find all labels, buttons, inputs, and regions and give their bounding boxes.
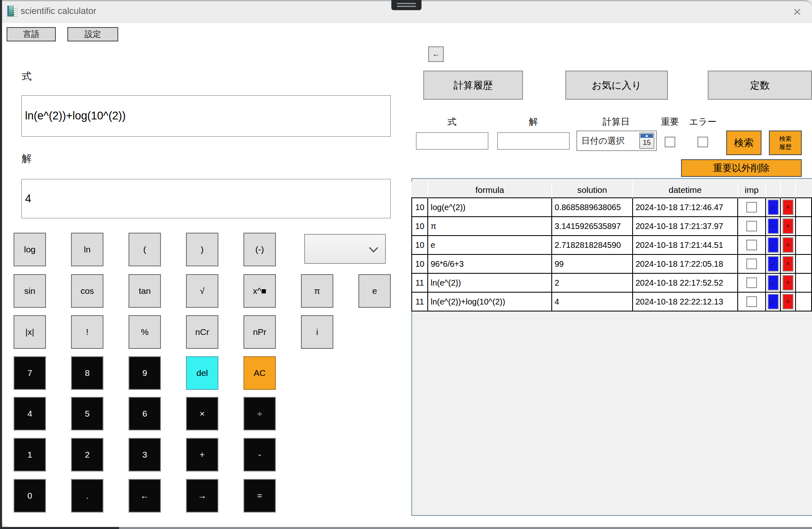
key-6[interactable]: 6	[128, 397, 161, 431]
key-e[interactable]: e	[358, 274, 391, 308]
row-spacer-cell	[796, 198, 812, 217]
key-ln[interactable]: ln	[71, 233, 103, 266]
key-all-clear[interactable]: AC	[243, 356, 276, 390]
key-log[interactable]: log	[14, 233, 46, 266]
search-solution-input[interactable]	[497, 132, 570, 150]
calendar-icon[interactable]: 15	[639, 133, 654, 149]
search-history-line2: 履歴	[779, 143, 791, 151]
key-1[interactable]: 1	[14, 438, 46, 472]
row-check-cell: ✓	[766, 274, 781, 293]
imp-checkbox[interactable]	[746, 202, 757, 213]
date-picker[interactable]: 日付の選択 15	[576, 131, 657, 151]
tab-favorites[interactable]: お気に入り	[565, 71, 668, 100]
tab-calculation-history[interactable]: 計算履歴	[423, 71, 523, 100]
key-close-paren[interactable]: )	[186, 233, 218, 266]
key-plus[interactable]: +	[186, 438, 218, 472]
important-checkbox[interactable]	[665, 137, 675, 147]
row-datetime: 2024-10-18 17:21:37.97	[633, 217, 738, 236]
delete-row-button[interactable]: ×	[782, 199, 794, 215]
solution-input[interactable]: 4	[21, 179, 391, 218]
row-number: 10	[411, 198, 428, 217]
key-sqrt[interactable]: √	[186, 274, 218, 308]
delete-row-button[interactable]: ×	[782, 237, 794, 253]
row-number: 10	[411, 255, 428, 274]
error-checkbox[interactable]	[697, 137, 708, 147]
app-icon-green-pane	[9, 6, 14, 16]
row-imp-cell	[738, 255, 766, 274]
row-spacer-cell	[796, 274, 812, 293]
search-formula-input[interactable]	[416, 132, 489, 150]
key-npr[interactable]: nPr	[243, 315, 276, 349]
key-negate[interactable]: (-)	[243, 233, 276, 266]
key-delete[interactable]: del	[186, 356, 218, 390]
keypad-row-7: 0 . ← → =	[14, 479, 276, 513]
key-cursor-right[interactable]: →	[186, 479, 218, 513]
delete-row-button[interactable]: ×	[782, 256, 794, 272]
key-equals[interactable]: =	[243, 479, 276, 513]
check-button[interactable]: ✓	[768, 218, 779, 234]
drag-handle[interactable]	[391, 0, 422, 10]
tab-constants[interactable]: 定数	[708, 71, 812, 100]
key-i[interactable]: i	[301, 315, 333, 349]
keypad-row-3: |x| ! % nCr nPr i	[14, 315, 333, 349]
header-check	[766, 182, 781, 198]
formula-input[interactable]: ln(e^(2))+log(10^(2))	[21, 95, 391, 137]
search-history-button[interactable]: 検索 履歴	[769, 131, 802, 155]
imp-checkbox[interactable]	[746, 259, 757, 269]
keypad-row-1: log ln ( ) (-)	[14, 233, 276, 266]
imp-checkbox[interactable]	[746, 296, 757, 307]
back-button[interactable]: ←	[428, 46, 444, 62]
header-delete	[781, 182, 796, 198]
language-button[interactable]: 言語	[7, 27, 56, 41]
search-button[interactable]: 検索	[726, 131, 762, 155]
key-4[interactable]: 4	[14, 397, 46, 431]
key-sin[interactable]: sin	[14, 274, 46, 308]
row-check-cell: ✓	[766, 255, 781, 274]
key-7[interactable]: 7	[14, 356, 46, 390]
solution-label: 解	[22, 152, 32, 165]
row-formula: ln(e^(2))+log(10^(2))	[428, 293, 552, 311]
delete-row-button[interactable]: ×	[782, 275, 794, 291]
key-cursor-left[interactable]: ←	[128, 479, 161, 513]
key-abs[interactable]: |x|	[14, 315, 46, 349]
mode-select[interactable]	[304, 234, 386, 264]
imp-checkbox[interactable]	[746, 221, 757, 231]
key-decimal[interactable]: .	[71, 479, 103, 513]
row-formula: log(e^(2))	[428, 198, 552, 217]
key-open-paren[interactable]: (	[128, 233, 161, 266]
key-power[interactable]: x^■	[243, 274, 276, 308]
key-factorial[interactable]: !	[71, 315, 103, 349]
keypad-row-5: 4 5 6 × ÷	[14, 397, 276, 431]
key-9[interactable]: 9	[128, 356, 161, 390]
header-datetime: datetime	[633, 182, 738, 198]
key-minus[interactable]: -	[243, 438, 276, 472]
key-percent[interactable]: %	[128, 315, 161, 349]
check-button[interactable]: ✓	[768, 256, 779, 272]
key-multiply[interactable]: ×	[186, 397, 218, 431]
key-3[interactable]: 3	[128, 438, 161, 472]
check-button[interactable]: ✓	[768, 199, 779, 215]
row-formula: e	[428, 236, 552, 255]
close-button[interactable]: ×	[787, 2, 808, 21]
row-datetime: 2024-10-18 17:22:05.18	[633, 255, 738, 274]
imp-checkbox[interactable]	[746, 240, 757, 250]
check-button[interactable]: ✓	[768, 294, 779, 309]
check-button[interactable]: ✓	[768, 275, 779, 291]
key-divide[interactable]: ÷	[243, 397, 276, 431]
delete-unimportant-button[interactable]: 重要以外削除	[681, 159, 802, 177]
drag-handle-bar	[397, 6, 416, 7]
delete-row-button[interactable]: ×	[782, 294, 794, 309]
key-8[interactable]: 8	[71, 356, 103, 390]
settings-button[interactable]: 設定	[67, 27, 118, 41]
key-5[interactable]: 5	[71, 397, 103, 431]
key-tan[interactable]: tan	[128, 274, 161, 308]
check-button[interactable]: ✓	[768, 237, 779, 253]
delete-row-button[interactable]: ×	[782, 218, 794, 234]
key-pi[interactable]: π	[301, 274, 333, 308]
key-ncr[interactable]: nCr	[186, 315, 218, 349]
header-solution: solution	[552, 182, 633, 198]
key-2[interactable]: 2	[71, 438, 103, 472]
key-0[interactable]: 0	[14, 479, 46, 513]
key-cos[interactable]: cos	[71, 274, 103, 308]
imp-checkbox[interactable]	[746, 277, 757, 288]
